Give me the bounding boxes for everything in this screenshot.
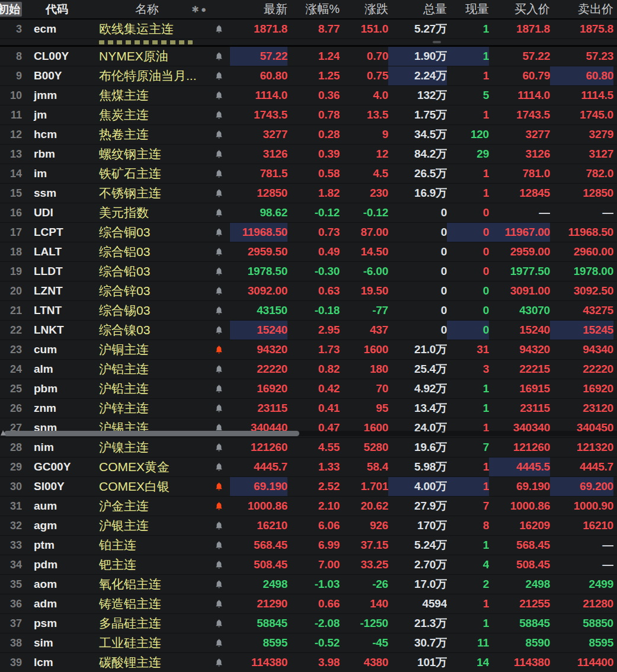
- bell-icon[interactable]: [207, 66, 230, 85]
- table-row[interactable]: 10jmm焦煤主连1114.00.364.0132万51114.01114.5: [0, 86, 617, 105]
- instrument-name: 螺纹钢主连: [89, 145, 207, 164]
- bell-icon[interactable]: [207, 575, 230, 594]
- table-row[interactable]: 33ptm铂主连568.456.9937.155.24万1568.45—: [0, 536, 617, 555]
- bell-icon[interactable]: [207, 301, 230, 320]
- table-row[interactable]: 32agm沪银主连162106.06926170万81620916210: [0, 516, 617, 536]
- pct-value: -0.12: [287, 203, 340, 222]
- table-row[interactable]: 8CL00YNYMEX原油57.221.240.701.90万157.2257.…: [0, 47, 617, 66]
- bell-icon[interactable]: [207, 379, 230, 398]
- chg-value: -1250: [340, 614, 388, 633]
- table-row[interactable]: 23cum沪铜主连943201.73160021.0万319432094340: [0, 340, 617, 360]
- table-row[interactable]: 29GC00YCOMEX黄金4445.71.3358.45.98万14445.5…: [0, 457, 617, 477]
- column-header-volume[interactable]: 总量: [388, 0, 447, 18]
- column-header-ask[interactable]: 卖出价: [550, 0, 613, 18]
- column-header-change-percent[interactable]: 涨幅%: [287, 0, 340, 18]
- bell-icon[interactable]: [207, 47, 230, 66]
- bell-icon[interactable]: [207, 20, 230, 39]
- table-row[interactable]: 35aom氧化铝主连2498-1.03-2617.0万224982499: [0, 575, 617, 594]
- cur-value: 0: [447, 223, 489, 242]
- table-row[interactable]: 24alm沪铝主连222200.8218025.4万32221522220: [0, 360, 617, 379]
- table-row[interactable]: 39lcm碳酸锂主连1143803.984380101万141143801144…: [0, 653, 617, 672]
- asterisk-icon[interactable]: ✱: [191, 5, 199, 14]
- table-row[interactable]: 28nim沪镍主连1212604.55528019.6万712126012132…: [0, 438, 617, 457]
- column-header-change[interactable]: 涨跌: [340, 0, 388, 18]
- table-row[interactable]: 3ecm欧线集运主连1871.88.77151.05.27万11871.8187…: [0, 20, 617, 39]
- bell-icon[interactable]: [207, 242, 230, 261]
- bell-icon[interactable]: [207, 516, 230, 535]
- table-row[interactable]: 13rbm螺纹钢主连31260.391284.2万2931263127: [0, 145, 617, 164]
- vol-value: 0: [388, 262, 447, 281]
- table-row[interactable]: 37psm多晶硅主连58845-2.08-125021.3万1588455885…: [0, 614, 617, 633]
- horizontal-scrollbar[interactable]: [0, 431, 617, 436]
- bell-icon[interactable]: [207, 223, 230, 242]
- ask-value: 21280: [550, 594, 613, 613]
- chg-value: 140: [340, 594, 388, 613]
- circle-icon[interactable]: ●: [201, 5, 206, 14]
- table-row[interactable]: 30SI00YCOMEX白银69.1902.521.7014.00万169.19…: [0, 477, 617, 497]
- table-row[interactable]: 18LALT综合铝032959.500.4914.50002959.002960…: [0, 242, 617, 262]
- splitter-grip-icon[interactable]: [1, 430, 6, 436]
- bell-icon[interactable]: [207, 145, 230, 164]
- table-row[interactable]: 25pbm沪铅主连169200.42704.92万11691516920: [0, 379, 617, 399]
- column-header-name[interactable]: 名称 ✱ ●: [89, 0, 207, 18]
- bell-icon[interactable]: [207, 438, 230, 457]
- instrument-name: 综合锌03: [89, 281, 207, 300]
- table-row[interactable]: 12hcm热卷主连32770.28934.5万12032773279: [0, 125, 617, 145]
- bell-icon[interactable]: [207, 105, 230, 124]
- bell-icon[interactable]: [207, 360, 230, 379]
- scrollbar-thumb[interactable]: [4, 431, 299, 436]
- table-row[interactable]: 15ssm不锈钢主连128501.8223016.9万11284512850: [0, 184, 617, 203]
- table-row[interactable]: 38sim工业硅主连8595-0.52-4530.7万1185908595: [0, 633, 617, 653]
- table-row[interactable]: 26znm沪锌主连231150.419513.4万12311523120: [0, 399, 617, 418]
- bell-icon[interactable]: [207, 536, 230, 555]
- ask-value: 3127: [550, 145, 613, 164]
- table-row[interactable]: 21LTNT综合锡0343150-0.18-77004307043275: [0, 301, 617, 321]
- bell-icon[interactable]: [207, 203, 230, 222]
- pct-value: 0.78: [287, 105, 340, 124]
- table-row[interactable]: 14im铁矿石主连781.50.584.526.5万1781.0782.0: [0, 164, 617, 184]
- alert-bell-icon[interactable]: [207, 340, 230, 359]
- bid-value: 3091.00: [489, 281, 550, 300]
- alert-bell-icon[interactable]: [207, 477, 230, 496]
- bell-icon[interactable]: [207, 184, 230, 203]
- column-header-current-volume[interactable]: 现量: [447, 0, 489, 18]
- bell-icon[interactable]: [207, 125, 230, 144]
- table-row[interactable]: 9B00Y布伦特原油当月...60.801.250.752.24万160.796…: [0, 66, 617, 86]
- bell-icon[interactable]: [207, 399, 230, 418]
- table-row[interactable]: 22LNKT综合镍03152402.95437001524015245: [0, 321, 617, 340]
- symbol-code: adm: [25, 594, 89, 613]
- bell-icon[interactable]: [207, 164, 230, 183]
- alert-bell-icon[interactable]: [207, 497, 230, 516]
- column-header-code[interactable]: 代码: [25, 0, 89, 18]
- instrument-name: 沪镍主连: [89, 438, 207, 457]
- column-header-latest[interactable]: 最新: [230, 0, 287, 18]
- bell-icon[interactable]: [207, 594, 230, 613]
- cur-value: 0: [447, 242, 489, 261]
- instrument-name: 沪银主连: [89, 516, 207, 535]
- cur-value: 0: [447, 281, 489, 300]
- pct-value: -2.08: [287, 614, 340, 633]
- table-row[interactable]: 31aum沪金主连1000.862.1020.6227.9万71000.8610…: [0, 497, 617, 516]
- bell-icon[interactable]: [207, 281, 230, 300]
- table-row[interactable]: 20LZNT综合锌033092.000.6319.50003091.003092…: [0, 281, 617, 301]
- table-row[interactable]: 34pdm钯主连508.457.0033.252.70万4508.45—: [0, 555, 617, 575]
- bell-icon[interactable]: [207, 555, 230, 574]
- table-row[interactable]: 16UDI美元指数98.62-0.12-0.1200——: [0, 203, 617, 223]
- table-row[interactable]: 11jm焦炭主连1743.50.7813.51.75万11743.51745.0: [0, 105, 617, 125]
- bid-value: 3277: [489, 125, 550, 144]
- table-row[interactable]: 19LLDT综合铅031978.50-0.30-6.00001977.50197…: [0, 262, 617, 281]
- row-index: 20: [0, 281, 25, 300]
- bell-icon[interactable]: [207, 457, 230, 476]
- bell-icon[interactable]: [207, 633, 230, 652]
- column-header-bid[interactable]: 买入价: [489, 0, 550, 18]
- bell-icon[interactable]: [207, 653, 230, 672]
- column-header-initial[interactable]: 初始: [0, 0, 25, 18]
- bell-icon[interactable]: [207, 614, 230, 633]
- vol-value: 0: [388, 321, 447, 340]
- row-index: 19: [0, 262, 25, 281]
- bell-icon[interactable]: [207, 86, 230, 105]
- table-row[interactable]: 17LCPT综合铜0311968.500.7387.000011967.0011…: [0, 223, 617, 242]
- table-row[interactable]: 36adm铸造铝主连212900.66140459412125521280: [0, 594, 617, 614]
- bell-icon[interactable]: [207, 321, 230, 340]
- bell-icon[interactable]: [207, 262, 230, 281]
